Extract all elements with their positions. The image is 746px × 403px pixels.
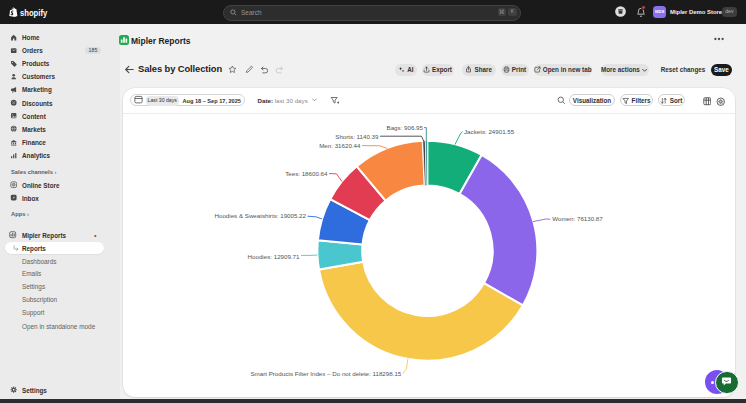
svg-text:Hoodies & Sweatshirts: 19005.2: Hoodies & Sweatshirts: 19005.22 <box>215 212 307 219</box>
svg-text:Jackets: 24901.55: Jackets: 24901.55 <box>464 128 515 135</box>
svg-text:Tees: 18600.64: Tees: 18600.64 <box>285 170 328 177</box>
svg-text:Hoodies: 12909.71: Hoodies: 12909.71 <box>248 253 301 260</box>
svg-text:Women: 76130.87: Women: 76130.87 <box>552 215 603 222</box>
svg-text:Bags: 906.95: Bags: 906.95 <box>387 124 424 131</box>
svg-text:Men: 31620.44: Men: 31620.44 <box>319 142 361 149</box>
svg-text:Shorts: 1140.39: Shorts: 1140.39 <box>335 133 379 140</box>
svg-text:Smart Products Filter Index –: Smart Products Filter Index – Do not del… <box>250 370 401 377</box>
